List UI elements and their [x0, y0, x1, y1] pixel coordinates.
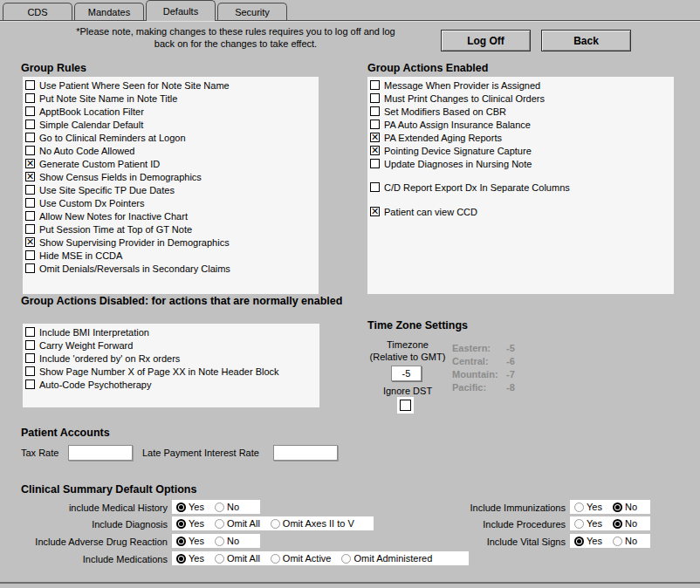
checkbox-row[interactable]: Use Custom Dx Pointers [23, 196, 319, 209]
radio-icon[interactable] [271, 554, 280, 564]
radio-icon[interactable] [574, 537, 584, 546]
radio-option[interactable]: Omit All [215, 518, 260, 529]
checkbox[interactable] [25, 159, 35, 168]
checkbox-row[interactable]: Auto-Code Psychotherapy [23, 378, 319, 391]
tab[interactable]: Defaults [146, 0, 216, 21]
checkbox[interactable] [370, 207, 380, 216]
radio-icon[interactable] [215, 537, 224, 546]
checkbox[interactable] [25, 211, 35, 221]
checkbox-row[interactable]: Must Print Changes to Clinical Orders [367, 92, 674, 105]
radio-option[interactable]: No [215, 502, 239, 512]
radio-icon[interactable] [341, 554, 351, 564]
late-payment-interest-rate-input[interactable] [273, 445, 338, 461]
checkbox[interactable] [25, 237, 35, 247]
radio-icon[interactable] [613, 503, 622, 512]
checkbox[interactable] [25, 106, 35, 116]
tab[interactable]: Mandates [74, 3, 144, 20]
checkbox[interactable] [25, 133, 35, 142]
radio-icon[interactable] [176, 554, 186, 564]
tax-rate-input[interactable] [68, 445, 133, 461]
tab[interactable]: CDS [3, 3, 72, 20]
checkbox-row[interactable]: Omit Denials/Reversals in Secondary Clai… [23, 262, 319, 275]
radio-icon[interactable] [176, 503, 186, 512]
radio-icon[interactable] [176, 537, 186, 546]
radio-option[interactable]: Omit Active [271, 553, 332, 564]
tab[interactable]: Security [217, 3, 287, 20]
radio-icon[interactable] [613, 537, 622, 546]
checkbox[interactable] [25, 80, 35, 90]
checkbox-row[interactable]: C/D Report Export Dx In Separate Columns [367, 181, 674, 194]
timezone-input[interactable] [391, 366, 422, 381]
checkbox-row[interactable]: Simple Calendar Default [23, 118, 319, 131]
checkbox[interactable] [25, 120, 35, 129]
radio-option[interactable]: Yes [574, 518, 602, 529]
checkbox-row[interactable]: Show Census Fields in Demographics [23, 170, 319, 183]
checkbox[interactable] [370, 133, 380, 142]
radio-option[interactable]: Yes [574, 536, 602, 546]
checkbox-row[interactable]: Carry Weight Forward [23, 338, 319, 352]
checkbox-row[interactable]: Update Diagnoses in Nursing Note [367, 157, 674, 170]
checkbox[interactable] [25, 185, 35, 195]
ignore-dst-checkbox[interactable] [400, 400, 411, 411]
checkbox-row[interactable]: Hide MSE in CCDA [23, 249, 319, 262]
checkbox[interactable] [25, 353, 35, 363]
checkbox-row[interactable]: ApptBook Location Filter [23, 105, 319, 118]
radio-icon[interactable] [613, 519, 622, 529]
log-off-button[interactable]: Log Off [441, 30, 531, 51]
checkbox-row[interactable]: Pointing Device Signature Capture [367, 144, 674, 157]
checkbox-row[interactable]: Allow New Notes for Inactive Chart [23, 209, 319, 222]
checkbox-row[interactable]: Show Page Number X of Page XX in Note He… [23, 365, 319, 378]
checkbox[interactable] [370, 106, 380, 116]
checkbox[interactable] [25, 366, 35, 376]
checkbox-row[interactable]: Use Patient Where Seen for Note Site Nam… [23, 79, 319, 92]
checkbox-row[interactable]: Go to Clinical Reminders at Logon [23, 131, 319, 144]
radio-option[interactable]: No [613, 536, 637, 546]
checkbox[interactable] [25, 327, 35, 337]
checkbox[interactable] [370, 159, 380, 168]
checkbox[interactable] [370, 120, 380, 129]
checkbox[interactable] [25, 146, 35, 155]
checkbox-row[interactable]: PA Auto Assign Insurance Balance [367, 118, 674, 131]
radio-icon[interactable] [215, 503, 224, 512]
checkbox-row[interactable]: Put Session Time at Top of GT Note [23, 222, 319, 236]
radio-option[interactable]: Yes [176, 518, 204, 529]
checkbox-row[interactable]: Put Note Site Name in Note Title [23, 92, 319, 105]
radio-option[interactable]: Yes [574, 502, 602, 512]
back-button[interactable]: Back [541, 30, 631, 51]
checkbox-row[interactable]: Use Site Specific TP Due Dates [23, 183, 319, 196]
radio-icon[interactable] [176, 519, 186, 529]
radio-icon[interactable] [215, 554, 224, 564]
checkbox-row[interactable]: Include BMI Interpretation [23, 325, 319, 338]
radio-option[interactable]: Omit Administered [341, 553, 432, 564]
checkbox[interactable] [25, 340, 35, 350]
radio-icon[interactable] [574, 503, 584, 512]
checkbox[interactable] [370, 146, 380, 155]
radio-option[interactable]: Omit Axes II to V [271, 518, 354, 529]
checkbox-row[interactable]: Generate Custom Patient ID [23, 157, 319, 170]
checkbox-row[interactable]: PA Extended Aging Reports [367, 131, 674, 144]
checkbox[interactable] [25, 224, 35, 234]
checkbox-row[interactable]: Patient can view CCD [367, 205, 674, 218]
radio-icon[interactable] [271, 519, 280, 529]
checkbox[interactable] [25, 379, 35, 389]
checkbox[interactable] [370, 93, 380, 103]
checkbox[interactable] [25, 172, 35, 181]
checkbox[interactable] [25, 250, 35, 260]
checkbox[interactable] [25, 263, 35, 273]
radio-option[interactable]: No [613, 518, 637, 529]
radio-option[interactable]: No [613, 502, 637, 512]
checkbox-row[interactable]: Set Modifiers Based on CBR [367, 105, 674, 118]
checkbox[interactable] [370, 182, 380, 192]
radio-option[interactable]: No [215, 536, 239, 546]
radio-option[interactable]: Yes [176, 553, 204, 564]
radio-option[interactable]: Yes [176, 502, 204, 512]
checkbox[interactable] [25, 93, 35, 103]
checkbox-row[interactable]: Include 'ordered by' on Rx orders [23, 352, 319, 365]
checkbox[interactable] [370, 80, 380, 90]
checkbox-row[interactable]: Message When Provider is Assigned [367, 79, 674, 92]
checkbox[interactable] [25, 198, 35, 208]
radio-icon[interactable] [574, 519, 584, 529]
radio-option[interactable]: Yes [176, 536, 204, 546]
radio-option[interactable]: Omit All [215, 553, 260, 564]
checkbox-row[interactable]: No Auto Code Allowed [23, 144, 319, 157]
